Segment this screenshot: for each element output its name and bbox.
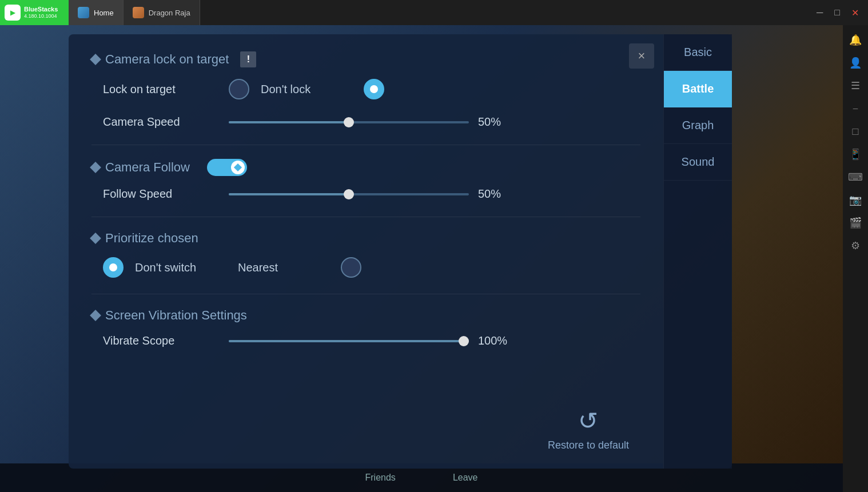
sidebar-btn-1[interactable]: 🔔 [845, 30, 866, 50]
info-icon[interactable]: ! [240, 51, 256, 67]
follow-speed-row: Follow Speed 50% [91, 187, 640, 201]
follow-speed-slider-track[interactable] [229, 193, 469, 195]
friends-btn[interactable]: Friends [354, 468, 407, 487]
home-tab[interactable]: Home [69, 0, 124, 25]
dont-lock-radio[interactable] [364, 79, 384, 99]
follow-speed-fill [229, 193, 349, 195]
sidebar-btn-9[interactable]: 🎬 [845, 213, 866, 233]
sidebar-btn-7[interactable]: ⌨ [845, 167, 866, 187]
nav-tab-battle[interactable]: Battle [664, 71, 732, 107]
nav-tab-graph[interactable]: Graph [664, 107, 732, 144]
camera-lock-section-header: Camera lock on target ! [91, 51, 640, 67]
nearest-option[interactable] [341, 257, 361, 278]
camera-speed-fill [229, 121, 349, 123]
camera-follow-toggle-thumb [231, 161, 245, 174]
switch-mode-radio-group: Don't switch Nearest [103, 257, 361, 278]
nav-tab-sound[interactable]: Sound [664, 144, 732, 181]
camera-speed-thumb[interactable] [344, 117, 354, 127]
game-tab-icon [133, 7, 144, 18]
game-tab[interactable]: Dragon Raja [124, 0, 200, 25]
nearest-radio[interactable] [341, 257, 361, 278]
lock-on-target-label: Lock on target [103, 83, 229, 96]
sidebar-btn-5[interactable]: □ [845, 121, 866, 142]
follow-speed-value: 50% [478, 187, 512, 201]
nav-tab-basic[interactable]: Basic [664, 34, 732, 71]
settings-content: × Camera lock on target ! Lock on target… [69, 34, 663, 469]
prioritize-section-header: Prioritize chosen [91, 231, 640, 246]
dont-lock-option[interactable] [364, 79, 384, 99]
divider-3 [91, 294, 640, 294]
camera-follow-toggle-container [207, 159, 247, 176]
screen-vibration-title: Screen Vibration Settings [105, 308, 247, 323]
prioritize-diamond-icon [90, 233, 101, 244]
vibrate-scope-value: 100% [478, 334, 512, 347]
home-tab-icon [78, 7, 89, 18]
camera-speed-value: 50% [478, 115, 512, 129]
window-controls: ─ □ ✕ [814, 5, 868, 21]
camera-follow-diamond-icon [90, 162, 101, 173]
camera-speed-row: Camera Speed 50% [91, 115, 640, 129]
follow-speed-slider-container: 50% [229, 187, 629, 201]
follow-speed-thumb[interactable] [344, 189, 354, 199]
switch-mode-row: Don't switch Nearest [91, 257, 640, 278]
settings-nav: Basic Battle Graph Sound [663, 34, 732, 469]
restore-default-btn[interactable]: ↺ Restore to default [548, 407, 629, 451]
dont-switch-radio[interactable] [103, 257, 124, 278]
divider-2 [91, 217, 640, 217]
sidebar-btn-10[interactable]: ⚙ [845, 235, 866, 256]
lock-on-target-radio[interactable] [229, 79, 249, 99]
minimize-btn[interactable]: ─ [814, 5, 825, 20]
dont-switch-label: Don't switch [135, 261, 226, 274]
sidebar-btn-2[interactable]: 👤 [845, 53, 866, 73]
sidebar-btn-4[interactable]: ─ [845, 98, 866, 119]
bluestacks-logo: ▶ BlueStacks 4.180.10.1004 [0, 0, 69, 25]
lock-target-radio-group: Don't lock [229, 79, 384, 99]
bs-icon: ▶ [5, 5, 21, 21]
vibrate-scope-row: Vibrate Scope 100% [91, 334, 640, 347]
titlebar: ▶ BlueStacks 4.180.10.1004 Home Dragon R… [0, 0, 868, 25]
vibrate-scope-thumb[interactable] [459, 336, 469, 346]
sidebar-btn-8[interactable]: 📷 [845, 190, 866, 210]
restore-icon: ↺ [578, 407, 598, 435]
sidebar-btn-6[interactable]: 📱 [845, 144, 866, 165]
camera-speed-slider-container: 50% [229, 115, 629, 129]
vibrate-scope-label: Vibrate Scope [103, 334, 229, 347]
lock-on-target-option[interactable] [229, 79, 249, 99]
restore-label: Restore to default [548, 439, 629, 451]
camera-follow-toggle[interactable] [207, 159, 247, 176]
leave-btn[interactable]: Leave [441, 468, 489, 487]
prioritize-title: Prioritize chosen [105, 231, 198, 246]
sidebar-btn-3[interactable]: ☰ [845, 75, 866, 96]
follow-speed-label: Follow Speed [103, 187, 229, 201]
vibrate-scope-slider-track[interactable] [229, 340, 469, 342]
close-btn[interactable]: ✕ [849, 5, 861, 21]
maximize-btn[interactable]: □ [832, 5, 842, 20]
vibrate-scope-fill [229, 340, 469, 342]
vibration-diamond-icon [90, 310, 101, 321]
lock-on-target-row: Lock on target Don't lock [91, 79, 640, 99]
vibrate-scope-slider-container: 100% [229, 334, 629, 347]
settings-close-btn[interactable]: × [629, 43, 654, 69]
screen-vibration-section-header: Screen Vibration Settings [91, 308, 640, 323]
bs-name: BlueStacks 4.180.10.1004 [24, 6, 58, 19]
camera-speed-label: Camera Speed [103, 115, 229, 129]
divider-1 [91, 145, 640, 145]
dont-lock-label: Don't lock [261, 83, 352, 96]
settings-panel: × Camera lock on target ! Lock on target… [69, 34, 732, 469]
camera-speed-slider-track[interactable] [229, 121, 469, 123]
nearest-label: Nearest [238, 261, 329, 274]
toggle-diamond-icon [234, 163, 242, 171]
camera-follow-section-header: Camera Follow [91, 159, 640, 176]
camera-lock-title: Camera lock on target [105, 52, 229, 67]
right-sidebar: 🔔 👤 ☰ ─ □ 📱 ⌨ 📷 🎬 ⚙ [843, 25, 868, 492]
dont-switch-option[interactable] [103, 257, 124, 278]
camera-follow-title: Camera Follow [105, 160, 190, 175]
section-diamond-icon [90, 54, 101, 65]
